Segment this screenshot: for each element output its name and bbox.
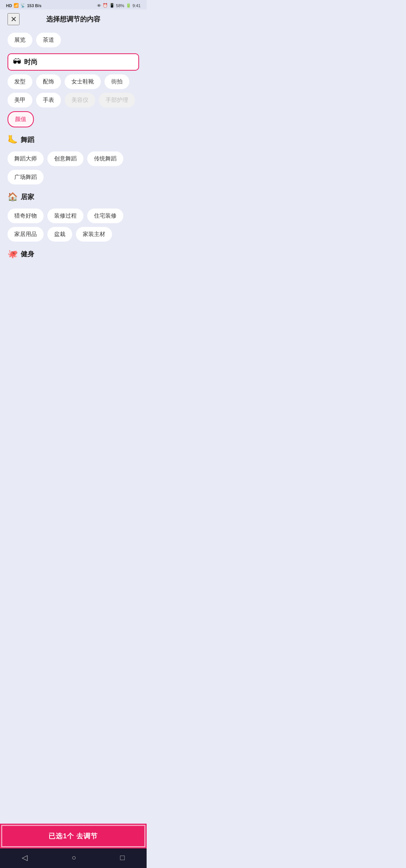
battery-icon: 🔋 [126, 3, 131, 8]
status-bar: HD 📶 📡 153 B/s 👁 ⏰ 📳 58% 🔋 9:41 [0, 0, 147, 9]
home-tags-2: 家居用品 盆栽 家装主材 [8, 227, 139, 242]
tag-jiajuyongpin[interactable]: 家居用品 [8, 227, 44, 242]
tag-chadao[interactable]: 茶道 [36, 33, 61, 47]
speed-text: 153 B/s [27, 3, 42, 8]
tag-zhanlan[interactable]: 展览 [8, 33, 32, 47]
home-emoji: 🏠 [8, 192, 18, 202]
battery-text: 58% [116, 3, 124, 8]
tag-chuantong[interactable]: 传统舞蹈 [87, 151, 123, 166]
category-fitness-header[interactable]: 🐙 健身 [8, 246, 139, 262]
status-left: HD 📶 📡 153 B/s [6, 3, 41, 8]
eye-icon: 👁 [97, 3, 101, 8]
fitness-emoji: 🐙 [8, 249, 18, 259]
wifi-icon: 📡 [20, 3, 26, 8]
fitness-name: 健身 [21, 250, 34, 259]
clock: 9:41 [133, 3, 141, 8]
dance-emoji: 🦶 [8, 135, 18, 145]
signal-bars: 📶 [14, 3, 19, 8]
fashion-name: 时尚 [24, 57, 38, 67]
home-tags-1: 猎奇好物 装修过程 住宅装修 [8, 209, 139, 223]
fashion-tags: 发型 配饰 女士鞋靴 街拍 [8, 74, 139, 89]
category-fashion-header[interactable]: 🕶 时尚 [8, 53, 139, 71]
vibrate-icon: 📳 [109, 3, 115, 8]
category-dance: 🦶 舞蹈 舞蹈大师 创意舞蹈 传统舞蹈 广场舞蹈 [8, 132, 139, 184]
category-dance-header[interactable]: 🦶 舞蹈 [8, 132, 139, 148]
category-home: 🏠 居家 猎奇好物 装修过程 住宅装修 家居用品 盆栽 家装主材 [8, 189, 139, 242]
tag-shoubu[interactable]: 手部护理 [99, 93, 135, 107]
dance-name: 舞蹈 [21, 135, 34, 144]
tag-guangchang[interactable]: 广场舞蹈 [8, 170, 44, 184]
dance-tags-1: 舞蹈大师 创意舞蹈 传统舞蹈 [8, 151, 139, 166]
header: ✕ 选择想调节的内容 [0, 9, 147, 29]
tag-meirongyi[interactable]: 美容仪 [65, 93, 95, 107]
tag-wudaodashi[interactable]: 舞蹈大师 [8, 151, 44, 166]
tag-penzai[interactable]: 盆栽 [47, 227, 72, 242]
tag-shoubiao[interactable]: 手表 [36, 93, 61, 107]
tag-zhuzhai[interactable]: 住宅装修 [87, 209, 123, 223]
main-content: 展览 茶道 🕶 时尚 发型 配饰 女士鞋靴 街拍 美甲 手表 美容仪 手部护理 … [0, 29, 147, 304]
category-home-header[interactable]: 🏠 居家 [8, 189, 139, 205]
category-fashion: 🕶 时尚 发型 配饰 女士鞋靴 街拍 美甲 手表 美容仪 手部护理 颜值 [8, 53, 139, 127]
tag-zhuangxiu[interactable]: 装修过程 [47, 209, 83, 223]
status-right: 👁 ⏰ 📳 58% 🔋 9:41 [97, 3, 141, 8]
category-fitness: 🐙 健身 [8, 246, 139, 262]
tag-liegihawu[interactable]: 猎奇好物 [8, 209, 44, 223]
hd-icon: HD [6, 3, 12, 8]
tag-nvxie[interactable]: 女士鞋靴 [65, 74, 101, 89]
fashion-tags-3: 颜值 [8, 111, 139, 127]
tag-peishi[interactable]: 配饰 [36, 74, 61, 89]
close-button[interactable]: ✕ [8, 13, 20, 25]
home-name: 居家 [21, 192, 34, 201]
tag-jiepai[interactable]: 街拍 [105, 74, 129, 89]
dance-tags-2: 广场舞蹈 [8, 170, 139, 184]
page-title: 选择想调节的内容 [46, 15, 100, 24]
top-pills-row: 展览 茶道 [8, 33, 139, 47]
tag-yanzhi[interactable]: 颜值 [8, 111, 34, 127]
fashion-tags-2: 美甲 手表 美容仪 手部护理 [8, 93, 139, 107]
tag-chuangyi[interactable]: 创意舞蹈 [47, 151, 83, 166]
tag-jiazhuang[interactable]: 家装主材 [76, 227, 112, 242]
tag-meijia[interactable]: 美甲 [8, 93, 32, 107]
alarm-icon: ⏰ [103, 3, 108, 8]
tag-faxing[interactable]: 发型 [8, 74, 32, 89]
fashion-emoji: 🕶 [13, 57, 21, 67]
